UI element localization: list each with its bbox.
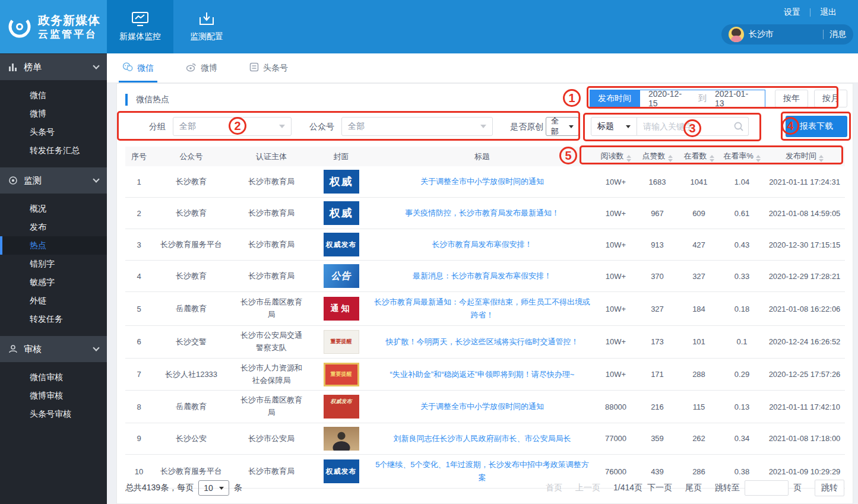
sidebar-item-hotspot[interactable]: 热点 bbox=[0, 236, 107, 255]
article-title-link[interactable]: 关于调整全市中小学放假时间的通知 bbox=[420, 402, 544, 411]
target-icon bbox=[8, 176, 18, 185]
next-page-link[interactable]: 下一页 bbox=[647, 483, 672, 493]
sidebar-item-weibo-audit[interactable]: 微博审核 bbox=[0, 386, 107, 405]
cell-account: 岳麓教育 bbox=[153, 292, 230, 326]
keyword-input[interactable] bbox=[637, 117, 749, 136]
cell-reads: 10W+ bbox=[595, 198, 637, 229]
chevron-down-icon bbox=[279, 125, 285, 128]
search-icon[interactable] bbox=[733, 121, 744, 134]
table-row: 8 岳麓教育 长沙市岳麓区教育局 权威发布 关于调整全市中小学放假时间的通知 8… bbox=[125, 391, 845, 423]
sidebar-item-sensitive[interactable]: 敏感字 bbox=[0, 273, 107, 291]
sidebar-item-forward-task[interactable]: 转发任务 bbox=[0, 310, 107, 328]
tab-wechat[interactable]: 微信 bbox=[119, 53, 157, 83]
search-field-value: 标题 bbox=[597, 121, 620, 132]
account-select[interactable]: 全部 bbox=[341, 117, 493, 136]
tab-toutiao[interactable]: 头条号 bbox=[246, 53, 292, 83]
cell-time: 2020-12-24 16:26:52 bbox=[764, 326, 845, 359]
total-count-text: 总共4139条，每页 bbox=[125, 483, 194, 493]
article-title-link[interactable]: 关于调整全市中小学放假时间的通知 bbox=[420, 177, 544, 186]
cell-looks: 101 bbox=[678, 326, 720, 359]
jump-page-input[interactable] bbox=[745, 480, 789, 496]
cell-rate: 0.13 bbox=[720, 391, 764, 423]
cell-rate: 0.29 bbox=[720, 358, 764, 391]
report-download-button[interactable]: 报表下载 bbox=[786, 116, 847, 137]
by-month-button[interactable]: 按月 bbox=[814, 90, 847, 107]
cell-reads: 10W+ bbox=[595, 358, 637, 391]
weibo-icon bbox=[186, 62, 197, 74]
sidebar-item-toutiao[interactable]: 头条号 bbox=[0, 123, 107, 141]
group-label: 分组 bbox=[149, 122, 166, 132]
chevron-down-icon bbox=[626, 125, 631, 128]
cover-image: 公告 bbox=[324, 264, 359, 288]
sidebar-section-audit[interactable]: 审核 bbox=[0, 336, 107, 362]
logout-link[interactable]: 退出 bbox=[810, 7, 846, 18]
cell-time: 2021-01-08 16:22:06 bbox=[764, 292, 845, 326]
sidebar-item-external-link[interactable]: 外链 bbox=[0, 291, 107, 310]
col-rate-sort[interactable]: 在看率% bbox=[720, 147, 764, 166]
jump-to-label: 跳转至 bbox=[715, 483, 740, 493]
cover-image: 通知 bbox=[324, 297, 359, 321]
cell-account: 长沙教育 bbox=[153, 166, 230, 198]
sidebar-item-weibo[interactable]: 微博 bbox=[0, 104, 107, 123]
cell-looks: 327 bbox=[678, 261, 720, 292]
original-select[interactable]: 全部 bbox=[546, 117, 579, 136]
sidebar-item-wechat-audit[interactable]: 微信审核 bbox=[0, 368, 107, 386]
article-title-link[interactable]: 事关疫情防控，长沙市教育局发布最新通知！ bbox=[405, 208, 559, 217]
sidebar-item-typo[interactable]: 错别字 bbox=[0, 255, 107, 273]
date-range-box[interactable]: 2020-12-15 到 2021-01-13 bbox=[639, 90, 765, 107]
cell-no: 1 bbox=[125, 166, 153, 198]
publish-time-button[interactable]: 发布时间 bbox=[590, 90, 639, 107]
group-select[interactable]: 全部 bbox=[173, 117, 292, 136]
cell-rate: 0.1 bbox=[720, 326, 764, 359]
cell-likes: 913 bbox=[637, 229, 678, 261]
search-field-select[interactable]: 标题 bbox=[591, 117, 637, 136]
avatar[interactable] bbox=[729, 27, 744, 42]
cover-image: 权威 bbox=[324, 170, 359, 194]
first-page-link[interactable]: 首页 bbox=[546, 483, 562, 493]
group-select-value: 全部 bbox=[179, 121, 279, 132]
cell-rate: 0.18 bbox=[720, 292, 764, 326]
cell-looks: 609 bbox=[678, 198, 720, 229]
prev-page-link[interactable]: 上一页 bbox=[575, 483, 600, 493]
sort-icon bbox=[710, 155, 714, 162]
sidebar-item-forward-summary[interactable]: 转发任务汇总 bbox=[0, 141, 107, 160]
col-reads-sort[interactable]: 阅读数 bbox=[595, 147, 637, 166]
sidebar-item-overview[interactable]: 概况 bbox=[0, 199, 107, 218]
article-title-link[interactable]: 快扩散！今明两天，长沙这些区域将实行临时交通管控！ bbox=[386, 337, 579, 346]
nav-tab-media-monitor[interactable]: 新媒体监控 bbox=[107, 0, 173, 53]
date-from-value[interactable]: 2020-12-15 bbox=[648, 89, 690, 108]
cell-time: 2021-01-08 17:18:00 bbox=[764, 423, 845, 454]
article-title-link[interactable]: 刘新良同志任长沙市人民政府副市长、市公安局局长 bbox=[394, 434, 571, 443]
table-footer: 总共4139条，每页 10 条 首页 上一页 1/414页 下一页 尾页 跳转至… bbox=[125, 480, 844, 496]
col-likes-sort[interactable]: 点赞数 bbox=[637, 147, 678, 166]
cell-rate: 0.33 bbox=[720, 261, 764, 292]
messages-link[interactable]: 消息 bbox=[829, 29, 846, 40]
sidebar-item-publish[interactable]: 发布 bbox=[0, 218, 107, 236]
jump-button[interactable]: 跳转 bbox=[815, 480, 844, 496]
col-looks-sort[interactable]: 在看数 bbox=[678, 147, 720, 166]
per-page-unit: 条 bbox=[234, 483, 242, 493]
date-to-value[interactable]: 2021-01-13 bbox=[715, 89, 756, 108]
content-tabbar: 微信 微博 头条号 bbox=[107, 53, 858, 83]
hotspot-table: 序号 公众号 认证主体 封面 标题 阅读数 点赞数 在看数 在看率% 发布时间 … bbox=[125, 147, 845, 489]
sidebar-section-monitor[interactable]: 监测 bbox=[0, 167, 107, 194]
article-title-link[interactable]: “失业补助金”和“稳岗返还”申领即将到期！请尽快办理~ bbox=[390, 370, 575, 379]
sidebar-item-toutiao-audit[interactable]: 头条号审核 bbox=[0, 405, 107, 423]
sidebar-section-ranking[interactable]: 榜单 bbox=[0, 54, 107, 80]
cell-time: 2020-12-30 17:15:15 bbox=[764, 229, 845, 261]
account-label: 公众号 bbox=[309, 122, 334, 132]
article-title-link[interactable]: 长沙市教育局发布寒假安排！ bbox=[432, 240, 533, 249]
col-time-sort[interactable]: 发布时间 bbox=[764, 147, 845, 166]
tab-weibo[interactable]: 微博 bbox=[182, 53, 221, 83]
nav-tab-monitor-config[interactable]: 监测配置 bbox=[173, 0, 240, 53]
article-title-link[interactable]: 最新消息：长沙市教育局发布寒假安排！ bbox=[413, 271, 552, 280]
settings-link[interactable]: 设置 bbox=[774, 7, 810, 18]
sort-icon bbox=[819, 155, 824, 162]
cell-account: 岳麓教育 bbox=[153, 391, 230, 423]
article-title-link[interactable]: 5个继续、5个变化、1年过渡期，长沙发布中招中考政策调整方案 bbox=[375, 460, 589, 482]
last-page-link[interactable]: 尾页 bbox=[685, 483, 702, 493]
sidebar-item-wechat[interactable]: 微信 bbox=[0, 86, 107, 104]
per-page-select[interactable]: 10 bbox=[198, 480, 229, 496]
article-title-link[interactable]: 长沙市教育局最新通知：今起至寒假结束，师生员工不得出境或跨省！ bbox=[374, 297, 590, 319]
by-year-button[interactable]: 按年 bbox=[775, 90, 808, 107]
